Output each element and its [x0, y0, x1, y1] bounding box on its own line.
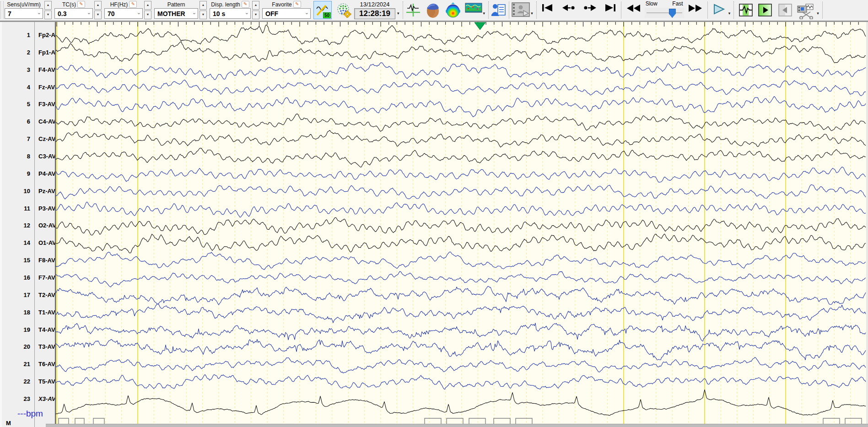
spin-up-icon[interactable]: ▲: [44, 1, 52, 10]
channel-name: T5-AV: [38, 378, 55, 385]
clip-scissors-button[interactable]: [797, 4, 816, 19]
dropdown-arrow[interactable]: ▾: [483, 11, 485, 16]
spin-down-icon[interactable]: ▼: [44, 11, 52, 19]
channel-row-T3-AV[interactable]: 20T3-AV: [2, 343, 57, 351]
hf-spinner[interactable]: ▲▼: [144, 1, 151, 19]
play-button[interactable]: [710, 4, 728, 15]
channel-row-F8-AV[interactable]: 15F8-AV: [2, 257, 57, 265]
channel-row-T5-AV[interactable]: 22T5-AV: [2, 378, 57, 386]
channel-name: O1-AV: [38, 239, 56, 246]
hf-dropdown[interactable]: 70 ⌄: [104, 8, 143, 19]
sens-dropdown[interactable]: 7 ⌄: [5, 8, 43, 19]
display-length-spinner[interactable]: ▲▼: [252, 1, 259, 19]
channel-row-X3-AV[interactable]: 23X3-AV: [2, 395, 57, 404]
chevron-down-icon: ⌄: [87, 10, 91, 15]
channel-number: 14: [2, 239, 30, 246]
review-back-button[interactable]: [778, 4, 792, 16]
dropdown-arrow[interactable]: ▾: [817, 11, 819, 16]
separator: [488, 1, 489, 19]
edit-pencil-icon[interactable]: ✎: [293, 1, 301, 8]
review-wave-icon: [739, 4, 753, 16]
eeg-trace-canvas[interactable]: [55, 22, 868, 427]
montage-settings-button[interactable]: [336, 2, 351, 18]
topo-map-button[interactable]: [445, 2, 461, 19]
channel-row-F7-AV[interactable]: 16F7-AV: [2, 274, 57, 282]
channel-row-T6-AV[interactable]: 21T6-AV: [2, 361, 57, 369]
sens-label: Sens(uV/mm): [7, 1, 40, 8]
dropdown-arrow[interactable]: ▾: [397, 11, 399, 16]
channel-name: Pz-AV: [38, 188, 55, 195]
edit-pencil-icon[interactable]: ✎: [242, 1, 249, 8]
channel-row-F4-AV[interactable]: 3F4-AV: [2, 66, 57, 75]
channel-row-Fp1-AV[interactable]: 2Fp1-AV: [2, 49, 57, 57]
channel-row-Pz-AV[interactable]: 10Pz-AV: [2, 188, 57, 196]
go-to-end-button[interactable]: [602, 4, 619, 12]
channel-row-T2-AV[interactable]: 17T2-AV: [2, 292, 57, 300]
spin-down-icon[interactable]: ▼: [252, 11, 259, 19]
tc-spinner[interactable]: ▲▼: [94, 1, 102, 19]
go-to-start-button[interactable]: [539, 4, 555, 12]
channel-row-T4-AV[interactable]: 19T4-AV: [2, 326, 57, 335]
display-length-dropdown[interactable]: 10 s ⌄: [210, 8, 251, 19]
channel-name: T6-AV: [38, 361, 55, 368]
spin-up-icon[interactable]: ▲: [199, 1, 207, 10]
edit-pencil-icon[interactable]: ✎: [77, 1, 85, 8]
channel-name: T4-AV: [38, 326, 55, 333]
channel-number: 15: [2, 257, 30, 264]
pattern-spinner[interactable]: ▲▼: [199, 1, 207, 19]
channel-number: 21: [2, 361, 30, 368]
channel-name: T2-AV: [38, 292, 55, 298]
spin-up-icon[interactable]: ▲: [144, 1, 151, 10]
edit-pencil-icon[interactable]: ✎: [129, 1, 137, 8]
channel-name: P3-AV: [38, 205, 55, 212]
chevron-down-icon: ⌄: [245, 10, 249, 15]
speed-slider-thumb[interactable]: [669, 9, 676, 18]
speed-slider[interactable]: [645, 8, 684, 18]
channel-row-T1-AV[interactable]: 18T1-AV: [2, 309, 57, 317]
channel-row-C3-AV[interactable]: 8C3-AV: [2, 153, 57, 161]
timeline-scrollbar[interactable]: [46, 424, 868, 427]
channel-row-C4-AV[interactable]: 6C4-AV: [2, 118, 57, 126]
dropdown-arrow[interactable]: ▾: [728, 11, 731, 16]
spectrogram-button[interactable]: [465, 2, 482, 13]
step-forward-button[interactable]: [580, 4, 599, 12]
topo-map-icon: [445, 2, 461, 19]
pattern-control: Pattern MOTHER ⌄: [154, 0, 198, 19]
step-back-button[interactable]: [559, 4, 578, 12]
video-button[interactable]: [512, 2, 530, 17]
patient-info-button[interactable]: [491, 2, 507, 18]
channel-row-Fp2-AV[interactable]: 1Fp2-AV: [2, 32, 57, 40]
channel-row-P3-AV[interactable]: 11P3-AV: [2, 205, 57, 213]
channel-row-O1-AV[interactable]: 14O1-AV: [2, 239, 57, 248]
rewind-button[interactable]: [624, 4, 644, 13]
chevron-down-icon: ⌄: [137, 10, 141, 15]
channel-row-F3-AV[interactable]: 5F3-AV: [2, 101, 57, 109]
notch-filter-button[interactable]: 50: [313, 1, 332, 19]
spin-up-icon[interactable]: ▲: [94, 1, 102, 10]
channel-row-P4-AV[interactable]: 9P4-AV: [2, 170, 57, 178]
review-wave-button[interactable]: [739, 4, 753, 16]
channel-row-Fz-AV[interactable]: 4Fz-AV: [2, 84, 57, 92]
sens-spinner[interactable]: ▲▼: [44, 1, 52, 19]
go-start-icon: [541, 4, 553, 12]
review-play-button[interactable]: [758, 4, 772, 16]
channel-row-O2-AV[interactable]: 12O2-AV: [2, 222, 57, 230]
slow-label: Slow: [646, 0, 658, 8]
spin-up-icon[interactable]: ▲: [252, 1, 259, 10]
spin-down-icon[interactable]: ▼: [94, 11, 102, 19]
channel-row-Cz-AV[interactable]: 7Cz-AV: [2, 135, 57, 144]
speed-slider-group: Slow Fast: [645, 0, 684, 18]
pattern-dropdown[interactable]: MOTHER ⌄: [154, 8, 198, 19]
tc-dropdown[interactable]: 0.3 ⌄: [54, 8, 93, 19]
signal-cursor-button[interactable]: [405, 2, 421, 18]
spectrogram-icon: [465, 2, 482, 13]
spin-down-icon[interactable]: ▼: [144, 11, 151, 19]
chevron-down-icon: ⌄: [192, 10, 196, 15]
spin-down-icon[interactable]: ▼: [199, 11, 207, 19]
dropdown-arrow[interactable]: ▾: [531, 11, 533, 16]
toolbar-grip[interactable]: [0, 1, 4, 19]
heart-rate-label: ---bpm: [17, 409, 43, 419]
head-3d-button[interactable]: [425, 2, 441, 19]
favorite-dropdown[interactable]: OFF ⌄: [262, 8, 311, 19]
fast-forward-button[interactable]: [685, 4, 705, 13]
